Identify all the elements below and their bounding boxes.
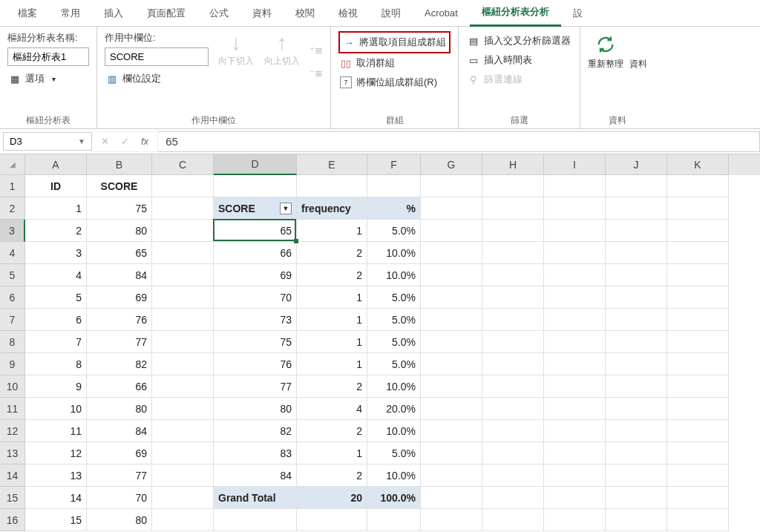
collapse-icon[interactable]: ⁻≣ bbox=[309, 68, 323, 79]
col-header-B[interactable]: B bbox=[87, 154, 152, 175]
cell-G10[interactable] bbox=[421, 375, 482, 398]
cell-I1[interactable] bbox=[544, 175, 606, 197]
cell-F7[interactable]: 5.0% bbox=[367, 309, 421, 331]
cell-K12[interactable] bbox=[667, 420, 729, 442]
cell-K3[interactable] bbox=[667, 220, 729, 242]
cell-G6[interactable] bbox=[421, 286, 482, 309]
cell-F1[interactable] bbox=[367, 175, 421, 197]
row-header-4[interactable]: 4 bbox=[0, 242, 25, 264]
cell-A8[interactable]: 7 bbox=[25, 331, 87, 353]
insert-slicer-button[interactable]: ▤插入交叉分析篩選器 bbox=[466, 31, 572, 50]
col-header-D[interactable]: D bbox=[214, 154, 297, 175]
cell-D11[interactable]: 80 bbox=[214, 398, 297, 420]
cell-J13[interactable] bbox=[606, 442, 667, 464]
cell-F3[interactable]: 5.0% bbox=[367, 220, 421, 242]
cell-I13[interactable] bbox=[544, 442, 606, 464]
tab-7[interactable]: 檢視 bbox=[327, 1, 370, 26]
fill-handle[interactable] bbox=[294, 239, 298, 243]
cell-J14[interactable] bbox=[606, 464, 667, 487]
cell-D13[interactable]: 83 bbox=[214, 442, 297, 464]
cell-E10[interactable]: 2 bbox=[297, 375, 367, 398]
tab-10[interactable]: 樞紐分析表分析 bbox=[470, 0, 561, 27]
cell-I14[interactable] bbox=[544, 464, 606, 487]
cell-B1[interactable]: SCORE bbox=[87, 175, 152, 197]
cell-K9[interactable] bbox=[667, 353, 729, 375]
cell-B9[interactable]: 82 bbox=[87, 353, 152, 375]
row-header-8[interactable]: 8 bbox=[0, 331, 25, 353]
cell-B6[interactable]: 69 bbox=[87, 286, 152, 309]
cell-J11[interactable] bbox=[606, 398, 667, 420]
data-button[interactable]: 資料 bbox=[629, 31, 647, 70]
row-header-5[interactable]: 5 bbox=[0, 264, 25, 286]
cell-G14[interactable] bbox=[421, 464, 482, 487]
cell-H11[interactable] bbox=[482, 398, 544, 420]
cell-J3[interactable] bbox=[606, 220, 667, 242]
cell-G12[interactable] bbox=[421, 420, 482, 442]
cell-A12[interactable]: 11 bbox=[25, 420, 87, 442]
cell-C15[interactable] bbox=[152, 487, 214, 509]
cell-C2[interactable] bbox=[152, 197, 214, 220]
cell-I16[interactable] bbox=[544, 509, 606, 531]
field-settings-button[interactable]: ▥欄位設定 bbox=[105, 69, 209, 88]
row-header-6[interactable]: 6 bbox=[0, 286, 25, 309]
cell-J16[interactable] bbox=[606, 509, 667, 531]
cell-B8[interactable]: 77 bbox=[87, 331, 152, 353]
cell-I10[interactable] bbox=[544, 375, 606, 398]
row-header-12[interactable]: 12 bbox=[0, 420, 25, 442]
tab-1[interactable]: 常用 bbox=[49, 1, 92, 26]
group-selection-button[interactable]: →將選取項目組成群組 bbox=[341, 33, 448, 52]
cell-K5[interactable] bbox=[667, 264, 729, 286]
expand-icon[interactable]: ⁺≣ bbox=[309, 45, 323, 56]
cell-K10[interactable] bbox=[667, 375, 729, 398]
cell-F15[interactable]: 100.0% bbox=[367, 487, 421, 509]
row-header-14[interactable]: 14 bbox=[0, 464, 25, 487]
row-header-2[interactable]: 2 bbox=[0, 197, 25, 220]
cell-I2[interactable] bbox=[544, 197, 606, 220]
cell-B7[interactable]: 76 bbox=[87, 309, 152, 331]
cell-C3[interactable] bbox=[152, 220, 214, 242]
cell-F11[interactable]: 20.0% bbox=[367, 398, 421, 420]
cell-G5[interactable] bbox=[421, 264, 482, 286]
pivot-name-input[interactable] bbox=[7, 47, 89, 66]
row-header-13[interactable]: 13 bbox=[0, 442, 25, 464]
cell-J6[interactable] bbox=[606, 286, 667, 309]
cell-E7[interactable]: 1 bbox=[297, 309, 367, 331]
cell-G11[interactable] bbox=[421, 398, 482, 420]
tab-5[interactable]: 資料 bbox=[240, 1, 284, 26]
cell-K2[interactable] bbox=[667, 197, 729, 220]
cell-E2[interactable]: frequency bbox=[297, 197, 367, 220]
cell-E3[interactable]: 1 bbox=[297, 220, 367, 242]
group-field-button[interactable]: 7將欄位組成群組(R) bbox=[338, 73, 451, 92]
cell-A2[interactable]: 1 bbox=[25, 197, 87, 220]
cell-H1[interactable] bbox=[482, 175, 544, 197]
cell-J2[interactable] bbox=[606, 197, 667, 220]
drillup-button[interactable]: ↑向上切入 bbox=[263, 31, 301, 91]
filter-connections-button[interactable]: ⚲篩選連線 bbox=[466, 70, 572, 89]
cell-H6[interactable] bbox=[482, 286, 544, 309]
cell-J7[interactable] bbox=[606, 309, 667, 331]
cell-A9[interactable]: 8 bbox=[25, 353, 87, 375]
cell-A6[interactable]: 5 bbox=[25, 286, 87, 309]
cell-D14[interactable]: 84 bbox=[214, 464, 297, 487]
cell-D9[interactable]: 76 bbox=[214, 353, 297, 375]
cell-B5[interactable]: 84 bbox=[87, 264, 152, 286]
cell-D2[interactable]: SCORE▼ bbox=[214, 197, 297, 220]
cell-F2[interactable]: % bbox=[367, 197, 421, 220]
cell-B13[interactable]: 69 bbox=[87, 442, 152, 464]
cell-G3[interactable] bbox=[421, 220, 482, 242]
cell-G13[interactable] bbox=[421, 442, 482, 464]
cell-H15[interactable] bbox=[482, 487, 544, 509]
cell-A7[interactable]: 6 bbox=[25, 309, 87, 331]
tab-6[interactable]: 校閱 bbox=[284, 1, 327, 26]
row-header-3[interactable]: 3 bbox=[0, 220, 25, 242]
cell-D3[interactable]: 65 bbox=[214, 220, 297, 242]
cell-K11[interactable] bbox=[667, 398, 729, 420]
cell-K14[interactable] bbox=[667, 464, 729, 487]
cell-C8[interactable] bbox=[152, 331, 214, 353]
cell-A13[interactable]: 12 bbox=[25, 442, 87, 464]
cell-F5[interactable]: 10.0% bbox=[367, 264, 421, 286]
cell-K16[interactable] bbox=[667, 509, 729, 531]
cell-B16[interactable]: 80 bbox=[87, 509, 152, 531]
cell-B14[interactable]: 77 bbox=[87, 464, 152, 487]
cell-E6[interactable]: 1 bbox=[297, 286, 367, 309]
